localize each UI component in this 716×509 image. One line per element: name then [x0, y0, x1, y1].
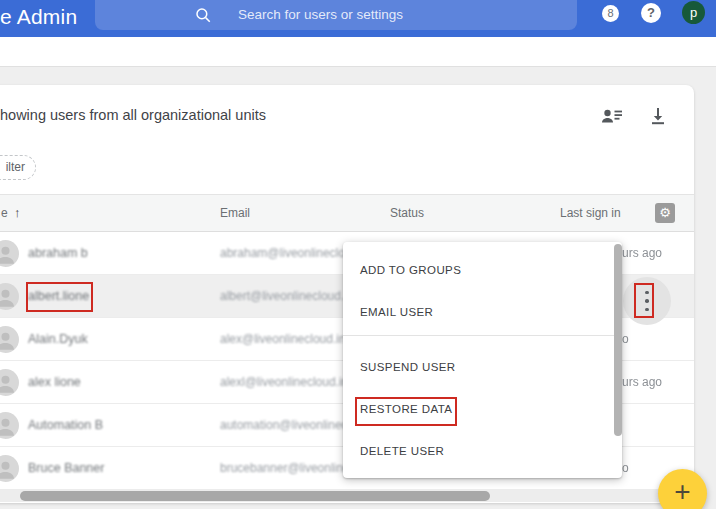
- menu-item-add-to-groups[interactable]: ADD TO GROUPS: [343, 249, 622, 291]
- add-filter-chip[interactable]: ilter: [0, 155, 36, 180]
- user-avatar-icon: [0, 326, 19, 353]
- user-avatar-icon: [0, 455, 19, 482]
- search-input[interactable]: Search for users or settings: [95, 0, 577, 30]
- app-bar: e Admin Search for users or settings 8 ?…: [0, 0, 716, 37]
- search-placeholder: Search for users or settings: [238, 0, 403, 30]
- menu-item-suspend-user[interactable]: SUSPEND USER: [343, 346, 622, 388]
- user-avatar-icon: [0, 283, 19, 310]
- column-header-email[interactable]: Email: [220, 194, 250, 232]
- user-name[interactable]: Alain.Dyuk: [28, 318, 88, 361]
- horizontal-scrollbar-thumb[interactable]: [20, 491, 490, 501]
- user-email: albert@liveonlinecloud.in: [220, 275, 354, 318]
- column-header-name[interactable]: e: [1, 194, 8, 232]
- account-avatar[interactable]: p: [682, 1, 705, 24]
- users-scope-title: howing users from all organizational uni…: [0, 104, 266, 126]
- gear-icon[interactable]: ⚙: [655, 203, 675, 223]
- menu-item-delete-user[interactable]: DELETE USER: [343, 430, 622, 472]
- menu-divider: [343, 335, 622, 336]
- user-last-sign-in: o: [622, 447, 629, 490]
- annotation-box-kebab: [634, 283, 654, 318]
- column-header-last-sign-in[interactable]: Last sign in: [560, 194, 621, 232]
- user-email: alex@liveonlinecloud.in: [220, 318, 346, 361]
- brand-logo: e Admin: [0, 5, 77, 29]
- user-avatar-icon: [0, 240, 19, 267]
- user-name[interactable]: abraham b: [28, 232, 88, 275]
- user-email: alexl@liveonlinecloud.in: [220, 361, 348, 404]
- user-avatar-icon: [0, 412, 19, 439]
- user-last-sign-in: urs ago: [622, 361, 662, 404]
- download-icon[interactable]: [646, 104, 670, 128]
- user-name[interactable]: alex lione: [28, 361, 81, 404]
- annotation-box-restore-data: [355, 397, 457, 426]
- sort-ascending-icon[interactable]: ↑: [14, 194, 21, 232]
- user-last-sign-in: o: [622, 318, 629, 361]
- user-name[interactable]: Automation B: [28, 404, 103, 447]
- user-context-menu: ADD TO GROUPS EMAIL USER SUSPEND USER RE…: [343, 242, 622, 478]
- menu-scrollbar-thumb[interactable]: [614, 244, 622, 436]
- search-icon: [194, 6, 212, 24]
- column-header-status[interactable]: Status: [390, 194, 424, 232]
- user-last-sign-in: urs ago: [622, 232, 662, 275]
- user-list-icon[interactable]: [600, 104, 624, 128]
- user-avatar-icon: [0, 369, 19, 396]
- annotation-box-user-name: [26, 282, 93, 312]
- plus-icon: +: [674, 476, 690, 507]
- add-user-fab[interactable]: +: [658, 469, 707, 509]
- menu-item-email-user[interactable]: EMAIL USER: [343, 291, 622, 333]
- user-name[interactable]: Bruce Banner: [28, 447, 104, 490]
- tasks-badge[interactable]: 8: [602, 5, 619, 22]
- page-subheader: [0, 37, 716, 67]
- help-button[interactable]: ?: [641, 3, 661, 23]
